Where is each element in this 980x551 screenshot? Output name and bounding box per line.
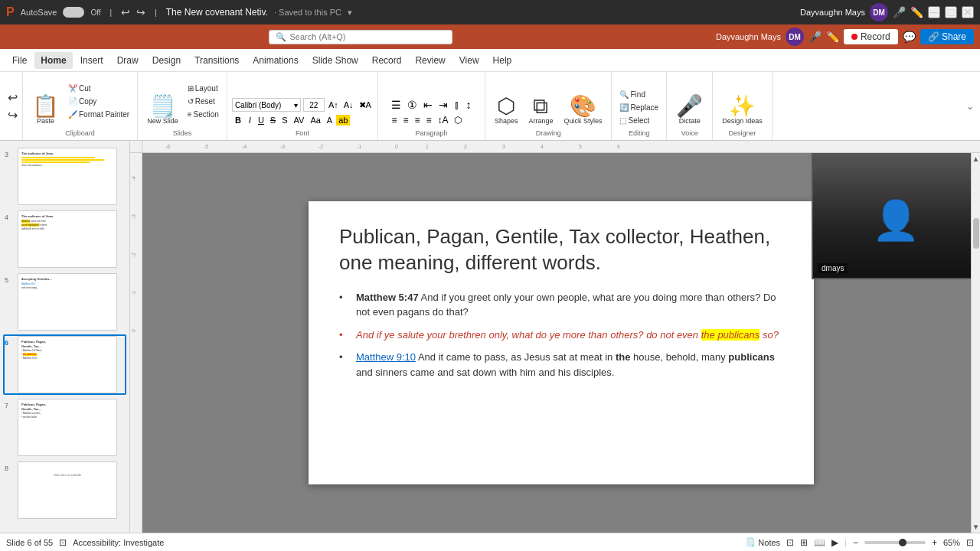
- slide-thumb-7[interactable]: 7 Publican, Pagan, Gentile, Tax... • Mat…: [3, 397, 126, 458]
- bullets-btn[interactable]: ☰: [389, 98, 403, 112]
- user-avatar-topbar[interactable]: DM: [786, 28, 804, 46]
- menu-design[interactable]: Design: [146, 52, 187, 69]
- paste-btn[interactable]: 📋 Paste: [28, 74, 64, 128]
- design-ideas-btn[interactable]: ✨ Design Ideas: [717, 75, 767, 128]
- menu-record[interactable]: Record: [366, 52, 408, 69]
- section-btn[interactable]: ≡ Section: [185, 109, 222, 120]
- zoom-out-btn[interactable]: −: [853, 537, 858, 548]
- align-left-btn[interactable]: ≡: [389, 114, 399, 126]
- new-slide-btn[interactable]: 🗒️ New Slide: [142, 74, 183, 128]
- arrange-btn[interactable]: ⧉ Arrange: [524, 74, 557, 128]
- minimize-btn[interactable]: ─: [928, 6, 940, 18]
- layout-btn[interactable]: ⊞ Layout: [185, 83, 222, 94]
- scroll-up-btn[interactable]: ▲: [972, 155, 980, 163]
- font-name-dropdown[interactable]: Calibri (Body)▾: [232, 98, 301, 112]
- share-button[interactable]: 🔗 Share: [920, 29, 974, 44]
- accessibility-status[interactable]: Accessibility: Investigate: [73, 538, 164, 547]
- slide-show-btn[interactable]: ▶: [831, 537, 838, 548]
- slide-thumb-5[interactable]: 5 Accepting Gentiles... Matthew 10:5 and…: [3, 272, 126, 332]
- undo-btn[interactable]: ↩: [121, 6, 130, 18]
- zoom-in-btn[interactable]: +: [932, 537, 937, 548]
- slide-thumb-4[interactable]: 4 The audience of Jews Matthew some text…: [3, 209, 126, 269]
- shadow-btn[interactable]: S: [279, 115, 289, 126]
- reset-btn[interactable]: ↺ Reset: [185, 96, 222, 107]
- decrease-indent-btn[interactable]: ⇤: [421, 98, 435, 112]
- text-direction-btn[interactable]: ↕A: [435, 114, 450, 126]
- format-painter-btn[interactable]: 🖌️Format Painter: [65, 109, 132, 120]
- menu-slideshow[interactable]: Slide Show: [306, 52, 364, 69]
- menu-file[interactable]: File: [6, 52, 33, 69]
- clear-format-btn[interactable]: ✖A: [358, 100, 373, 110]
- presenter-icon-topbar[interactable]: 🎤: [808, 31, 822, 43]
- strikethrough-btn[interactable]: S: [268, 115, 278, 126]
- slide-thumb-3[interactable]: 3 The audience of Jews Jews only audienc…: [3, 146, 126, 207]
- fit-slide-btn[interactable]: ⊡: [59, 537, 67, 548]
- menu-draw[interactable]: Draw: [111, 52, 145, 69]
- autosave-toggle[interactable]: [63, 7, 84, 18]
- scroll-track[interactable]: [973, 165, 979, 521]
- underline-btn[interactable]: U: [256, 115, 266, 126]
- slide-thumb-8[interactable]: 8 click here to add title: [3, 460, 126, 520]
- align-right-btn[interactable]: ≡: [412, 114, 422, 126]
- ribbon-overflow[interactable]: ⌄: [963, 72, 977, 140]
- pen-btn[interactable]: ✏️: [910, 6, 923, 18]
- highlight-btn[interactable]: ab: [336, 115, 350, 126]
- menu-home[interactable]: Home: [34, 52, 72, 69]
- align-center-btn[interactable]: ≡: [400, 114, 410, 126]
- italic-btn[interactable]: I: [246, 114, 254, 126]
- copy-btn[interactable]: 📄Copy: [65, 96, 132, 107]
- scroll-down-btn[interactable]: ▼: [972, 523, 980, 531]
- redo-ribbon-btn[interactable]: ↪: [6, 106, 19, 124]
- record-button[interactable]: Record: [844, 29, 898, 44]
- quick-styles-btn[interactable]: 🎨 Quick Styles: [559, 74, 606, 128]
- menu-animations[interactable]: Animations: [247, 52, 304, 69]
- shapes-btn[interactable]: ⬡ Shapes: [490, 74, 523, 128]
- increase-indent-btn[interactable]: ⇥: [436, 98, 450, 112]
- fit-page-btn[interactable]: ⊡: [966, 537, 974, 548]
- find-btn[interactable]: 🔍 Find: [616, 89, 662, 100]
- right-scrollbar[interactable]: ▲ ▼: [971, 153, 980, 533]
- comments-icon[interactable]: 💬: [903, 31, 916, 43]
- line-spacing-btn[interactable]: ↕: [463, 98, 473, 112]
- slide-content[interactable]: Publican, Pagan, Gentile, Tax collector,…: [309, 201, 814, 484]
- save-dropdown[interactable]: ▾: [348, 8, 352, 18]
- dictate-btn[interactable]: 🎤 Dictate: [671, 75, 707, 128]
- menu-transitions[interactable]: Transitions: [188, 52, 245, 69]
- presenter-coach-btn[interactable]: 🎤: [893, 6, 906, 18]
- slide-canvas[interactable]: Publican, Pagan, Gentile, Tax collector,…: [142, 153, 980, 533]
- slide-sorter-btn[interactable]: ⊞: [800, 537, 808, 548]
- scroll-thumb[interactable]: [973, 218, 979, 249]
- menu-view[interactable]: View: [453, 52, 485, 69]
- menu-insert[interactable]: Insert: [74, 52, 109, 69]
- menu-help[interactable]: Help: [487, 52, 518, 69]
- cut-btn[interactable]: ✂️Cut: [65, 83, 132, 94]
- search-input[interactable]: [289, 32, 446, 41]
- bullet3-ref[interactable]: Matthew 9:10: [356, 351, 416, 363]
- maximize-btn[interactable]: □: [945, 6, 957, 18]
- zoom-thumb[interactable]: [899, 539, 906, 546]
- menu-review[interactable]: Review: [409, 52, 451, 69]
- bold-btn[interactable]: B: [232, 114, 244, 126]
- increase-font-btn[interactable]: A↑: [327, 100, 340, 109]
- close-btn[interactable]: ✕: [962, 6, 974, 18]
- justify-btn[interactable]: ≡: [423, 114, 433, 126]
- numbering-btn[interactable]: ①: [405, 98, 420, 112]
- convert-to-smartart-btn[interactable]: ⬡: [452, 114, 464, 126]
- columns-btn[interactable]: ⫿: [452, 98, 462, 112]
- zoom-slider[interactable]: [864, 541, 926, 544]
- search-box[interactable]: 🔍: [269, 30, 452, 44]
- undo-ribbon-btn[interactable]: ↩: [6, 89, 19, 106]
- normal-view-btn[interactable]: ⊡: [786, 537, 794, 548]
- pen-icon-topbar[interactable]: ✏️: [826, 31, 839, 43]
- slide-thumb-6[interactable]: 6 Publican, Pagan, Gentile, Tax... • Mat…: [3, 334, 126, 395]
- change-case-btn[interactable]: Aa: [308, 115, 322, 126]
- select-btn[interactable]: ⬚ Select: [616, 115, 662, 126]
- font-size-dropdown[interactable]: 22: [303, 98, 325, 112]
- user-avatar[interactable]: DM: [870, 3, 888, 21]
- reading-view-btn[interactable]: 📖: [814, 537, 825, 548]
- decrease-font-btn[interactable]: A↓: [342, 100, 355, 109]
- redo-btn[interactable]: ↪: [136, 6, 145, 18]
- char-spacing-btn[interactable]: AV: [292, 115, 307, 126]
- replace-btn[interactable]: 🔄 Replace: [616, 102, 662, 113]
- font-color-btn[interactable]: A: [325, 115, 335, 126]
